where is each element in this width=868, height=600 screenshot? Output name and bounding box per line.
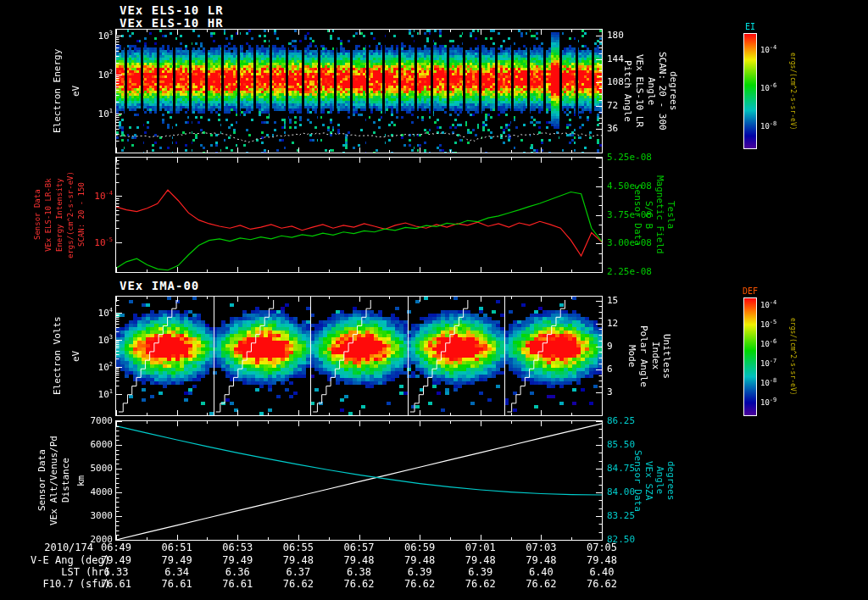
param-row-value: 79.49 bbox=[162, 555, 192, 566]
p2-left-axis-label: VEx ELS-10 LR-Bk bbox=[45, 158, 57, 272]
ima-colorbar-tick: 10-7 bbox=[760, 358, 776, 369]
p4-altitude-tick: 7000 bbox=[91, 416, 114, 426]
p2-left-axis-label: Energy Intensity bbox=[56, 158, 68, 272]
p2-right-axis-label: S/C B bbox=[642, 158, 654, 272]
ima-colorbar bbox=[743, 297, 757, 416]
intensity-bfield-line-panel bbox=[115, 157, 603, 273]
p3-mode-tick: 12 bbox=[607, 319, 618, 329]
els-colorbar-gradient bbox=[744, 34, 756, 148]
param-row-value: 6.34 bbox=[164, 567, 189, 578]
param-row-value: 79.48 bbox=[404, 555, 435, 566]
p4-sza-tick: 86.25 bbox=[607, 416, 635, 426]
date-label: 2010/174 bbox=[44, 542, 93, 553]
p4-sza-tick: 84.00 bbox=[607, 487, 635, 497]
p3-right-axis-label: Unitless bbox=[659, 297, 671, 415]
param-row-label: V-E Ang (deg) bbox=[31, 555, 110, 566]
panel3-title: VEx IMA-00 bbox=[120, 280, 199, 292]
p4-altitude-tick: 4000 bbox=[91, 487, 114, 497]
param-row-value: 76.62 bbox=[587, 579, 617, 590]
els-colorbar-units-label: ergs/(cm^2-s-sr-eV) bbox=[784, 34, 796, 148]
p2-bfield-tick: 5.25e-08 bbox=[607, 153, 652, 163]
p2-left-axis-label: Sensor Data bbox=[34, 158, 46, 272]
p2-intensity-tick: 10-5 bbox=[94, 237, 113, 248]
param-row-value: 76.61 bbox=[162, 579, 192, 590]
p2-right-axis-label: Sensor Data bbox=[631, 158, 643, 272]
vex-quicklook-plot-page: VEx ELS-10 LR VEx ELS-10 HR VEx IMA-00 1… bbox=[0, 0, 868, 600]
ima-colorbar-tick: 10-6 bbox=[760, 339, 776, 349]
ima-spectrogram-canvas bbox=[116, 297, 602, 415]
p1-right-axis-label: VEx ELS-10 LR bbox=[632, 30, 644, 153]
p4-sza-tick: 82.50 bbox=[607, 535, 635, 545]
p1-pitch-tick: 108 bbox=[607, 77, 624, 87]
p4-altitude-tick: 3000 bbox=[91, 511, 114, 521]
p1-right-axis-label: Pitch Angle bbox=[620, 30, 632, 153]
p1-pitch-tick: 144 bbox=[607, 54, 624, 64]
p2-bfield-tick: 3.75e-08 bbox=[607, 210, 652, 220]
p2-right-axis-label: Tesla bbox=[664, 158, 676, 272]
param-row-value: 79.48 bbox=[343, 555, 374, 566]
p3-right-axis-label: Polar Angle bbox=[637, 297, 648, 415]
p4-right-axis-label: degrees bbox=[664, 421, 676, 540]
ima-colorbar-tick: 10-5 bbox=[760, 319, 776, 330]
p1-pitch-tick: 72 bbox=[607, 101, 618, 111]
p3-right-axis-label: Index bbox=[648, 297, 660, 415]
time-tick-label: 06:57 bbox=[343, 542, 374, 553]
param-row-value: 76.61 bbox=[101, 579, 131, 590]
els-colorbar-tick: 10-4 bbox=[760, 45, 776, 55]
p1-right-axis-label: degrees bbox=[666, 30, 678, 153]
els-spectrogram-canvas bbox=[116, 30, 602, 153]
panel1-title-line1: VEx ELS-10 LR bbox=[120, 4, 224, 17]
p4-altitude-tick: 6000 bbox=[91, 440, 114, 450]
p1-right-axis-label: Angle bbox=[644, 30, 656, 153]
ima-colorbar-tick: 10-4 bbox=[760, 300, 776, 310]
p2-intensity-tick: 10-4 bbox=[94, 191, 113, 202]
time-tick-label: 07:03 bbox=[526, 542, 556, 553]
p1-pitch-tick: 180 bbox=[607, 31, 624, 41]
param-row-value: 76.62 bbox=[404, 579, 435, 590]
p2-bfield-tick: 4.50e-08 bbox=[607, 181, 652, 192]
param-row-label: LST (hr) bbox=[61, 567, 110, 578]
ima-colorbar-tick: 10-8 bbox=[760, 378, 776, 388]
param-row-value: 6.38 bbox=[347, 567, 371, 578]
p4-right-axis-label: Angle bbox=[653, 421, 665, 540]
param-row-value: 79.48 bbox=[526, 555, 556, 566]
p3-right-axis-label: Mode bbox=[625, 297, 637, 415]
param-row-value: 6.40 bbox=[590, 567, 615, 578]
p3-mode-tick: 6 bbox=[607, 364, 613, 375]
p4-left-axis-label: km bbox=[76, 421, 88, 540]
time-tick-label: 06:59 bbox=[404, 542, 435, 553]
param-row-value: 76.62 bbox=[283, 579, 314, 590]
param-row-value: 6.39 bbox=[408, 567, 432, 578]
p4-left-axis-label: Distance bbox=[61, 421, 73, 540]
ima-colorbar-gradient bbox=[744, 298, 756, 415]
time-tick-label: 07:05 bbox=[587, 542, 617, 553]
p4-sza-tick: 85.50 bbox=[607, 440, 635, 450]
els-energy-spectrogram-panel bbox=[115, 29, 603, 153]
param-row-label: F10.7 (sfu) bbox=[43, 579, 110, 590]
p3-mode-tick: 9 bbox=[607, 342, 613, 352]
p3-left-axis-label: eV bbox=[71, 297, 83, 415]
p3-ev-tick: 104 bbox=[98, 308, 113, 319]
ima-colorbar-units-label: ergs/(cm^2-s-sr-eV) bbox=[784, 298, 796, 415]
p1-energy-tick: 102 bbox=[98, 69, 113, 81]
param-row-value: 6.37 bbox=[286, 567, 310, 578]
p4-left-axis-label: Sensor Data bbox=[37, 421, 49, 540]
time-tick-label: 06:55 bbox=[283, 542, 314, 553]
els-colorbar bbox=[743, 33, 757, 149]
p3-mode-tick: 15 bbox=[607, 296, 618, 306]
panel1-title-line2: VEx ELS-10 HR bbox=[120, 17, 224, 30]
param-row-value: 76.61 bbox=[222, 579, 253, 590]
param-row-value: 79.48 bbox=[587, 555, 617, 566]
p1-pitch-tick: 36 bbox=[607, 124, 618, 134]
p2-left-axis-label: SCAN: 20 - 150 bbox=[78, 158, 90, 272]
param-row-value: 79.49 bbox=[101, 555, 131, 566]
time-tick-label: 07:01 bbox=[465, 542, 496, 553]
param-row-value: 6.40 bbox=[529, 567, 554, 578]
els-colorbar-tick: 10-8 bbox=[760, 121, 776, 131]
p3-ev-tick: 101 bbox=[98, 389, 113, 400]
altitude-sza-line-panel bbox=[115, 420, 603, 541]
intensity-bfield-canvas bbox=[116, 158, 602, 272]
param-row-value: 76.62 bbox=[526, 579, 556, 590]
p4-left-axis-label: VEx Alt/Venus/Pd bbox=[49, 421, 61, 540]
param-row-value: 76.62 bbox=[465, 579, 496, 590]
